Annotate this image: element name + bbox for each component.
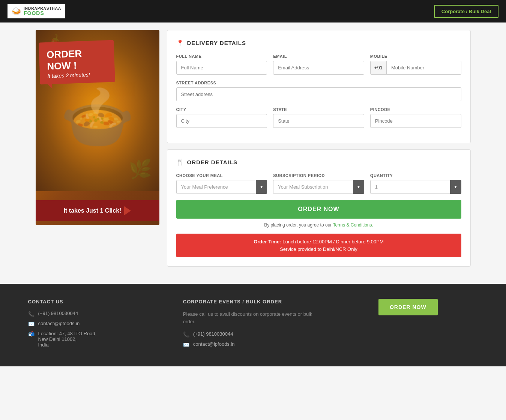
city-group: CITY	[176, 107, 267, 128]
subscription-label: SUBSCRIPTION PERIOD	[273, 173, 364, 178]
state-label: STATE	[273, 107, 364, 112]
footer-email-item: ✉️ contact@ipfoods.in	[28, 321, 168, 327]
meal-label: CHOOSE YOUR MEAL	[176, 173, 267, 178]
delivery-row-1: FULL NAME EMAIL MOBILE +91	[176, 54, 461, 75]
full-name-group: FULL NAME	[176, 54, 267, 75]
state-input[interactable]	[273, 114, 364, 128]
meal-select-wrapper: Your Meal Preference Veg Non-Veg Both	[176, 180, 267, 194]
food-image-bg: 🍲 🌶️ 🌿 ORDER NOW ! It takes 2 minutes! I…	[36, 30, 159, 225]
main-content: 🍲 🌶️ 🌿 ORDER NOW ! It takes 2 minutes! I…	[28, 22, 478, 280]
pincode-label: PINCODE	[370, 107, 461, 112]
bottom-click-text: It takes Just 1 Click!	[64, 207, 122, 214]
footer-corporate-email: contact@ipfoods.in	[193, 341, 235, 347]
delivery-row-3: CITY STATE PINCODE	[176, 107, 461, 128]
street-input[interactable]	[176, 87, 461, 101]
meal-select[interactable]: Your Meal Preference Veg Non-Veg Both	[176, 180, 267, 194]
mobile-input[interactable]	[387, 61, 461, 74]
footer-email: contact@ipfoods.in	[38, 321, 80, 326]
logo-icon: 🍛	[11, 6, 21, 16]
corporate-phone-icon: 📞	[183, 332, 189, 338]
subscription-group: SUBSCRIPTION PERIOD Your Meal Subscripti…	[273, 173, 364, 194]
footer-corporate-col: CORPORATE EVENTS / BULK ORDER Please cal…	[183, 299, 323, 351]
footer-corporate-desc: Please call us to avail discounts on cor…	[183, 310, 323, 325]
mobile-label: MOBILE	[370, 54, 461, 58]
left-panel: 🍲 🌶️ 🌿 ORDER NOW ! It takes 2 minutes! I…	[36, 30, 159, 225]
quantity-group: QUANTITY 1 2 3 4 5	[370, 173, 461, 194]
delivery-title: 📍 DELIVERY DETAILS	[176, 39, 461, 46]
right-panel: 📍 DELIVERY DETAILS FULL NAME EMAIL MOBIL…	[167, 30, 471, 273]
email-input[interactable]	[273, 61, 364, 75]
subscription-select-wrapper: Your Meal Subscription Daily Weekly Mont…	[273, 180, 364, 194]
footer-phone: (+91) 9810030044	[38, 310, 78, 316]
logo-bottom: FOODS	[24, 10, 61, 16]
order-notice-bold: Order Time:	[254, 239, 281, 244]
corporate-bulk-deal-button[interactable]: Corporate / Bulk Deal	[434, 5, 498, 18]
email-group: EMAIL	[273, 54, 364, 75]
footer-contact-col: CONTACT US 📞 (+91) 9810030044 ✉️ contact…	[28, 299, 168, 351]
order-title-text: ORDER DETAILS	[187, 159, 237, 165]
city-label: CITY	[176, 107, 267, 112]
order-title: 🍴 ORDER DETAILS	[176, 159, 461, 166]
footer-order-col: ORDER NOW	[338, 299, 478, 315]
footer-location-item: 📬 Location: 47, 48 ITO Road,New Delhi 11…	[28, 331, 168, 348]
footer-phone-item: 📞 (+91) 9810030044	[28, 310, 168, 317]
footer-corporate-phone-item: 📞 (+91) 9810030044	[183, 331, 323, 338]
meal-group: CHOOSE YOUR MEAL Your Meal Preference Ve…	[176, 173, 267, 194]
delivery-title-text: DELIVERY DETAILS	[187, 40, 246, 46]
terms-text: By placing order, you agree to our Terms…	[176, 222, 461, 228]
order-now-banner: ORDER NOW ! It takes 2 minutes!	[39, 40, 115, 85]
mobile-prefix: +91	[371, 61, 387, 74]
footer-order-now-button[interactable]: ORDER NOW	[378, 299, 438, 315]
order-icon: 🍴	[176, 159, 184, 166]
order-row-1: CHOOSE YOUR MEAL Your Meal Preference Ve…	[176, 173, 461, 194]
full-name-input[interactable]	[176, 61, 267, 75]
order-notice-text: Lunch before 12.00PM / Dinner before 9.0…	[280, 239, 384, 252]
city-input[interactable]	[176, 114, 267, 128]
footer-corporate-title: CORPORATE EVENTS / BULK ORDER	[183, 299, 323, 304]
footer-inner: CONTACT US 📞 (+91) 9810030044 ✉️ contact…	[28, 299, 478, 351]
state-group: STATE	[273, 107, 364, 128]
order-now-title: ORDER NOW !	[46, 47, 105, 72]
quantity-select-wrapper: 1 2 3 4 5	[370, 180, 461, 194]
full-name-label: FULL NAME	[176, 54, 267, 58]
mobile-input-group: +91	[370, 61, 461, 75]
bottom-click-banner: It takes Just 1 Click!	[36, 200, 159, 221]
order-now-subtitle: It takes 2 minutes!	[47, 71, 105, 79]
footer: CONTACT US 📞 (+91) 9810030044 ✉️ contact…	[0, 284, 506, 366]
footer-location: Location: 47, 48 ITO Road,New Delhi 1100…	[38, 331, 97, 348]
location-icon: 📬	[28, 331, 35, 337]
pincode-group: PINCODE	[370, 107, 461, 128]
email-label: EMAIL	[273, 54, 364, 58]
email-icon: ✉️	[28, 321, 35, 327]
quantity-select[interactable]: 1 2 3 4 5	[370, 180, 461, 194]
header: 🍛 INDRAPRASTHAA FOODS Corporate / Bulk D…	[0, 0, 506, 22]
order-now-button[interactable]: ORDER NOW	[176, 200, 461, 219]
pincode-input[interactable]	[370, 114, 461, 128]
logo: 🍛 INDRAPRASTHAA FOODS	[8, 4, 65, 18]
delivery-section: 📍 DELIVERY DETAILS FULL NAME EMAIL MOBIL…	[167, 30, 471, 143]
subscription-select[interactable]: Your Meal Subscription Daily Weekly Mont…	[273, 180, 364, 194]
footer-contact-title: CONTACT US	[28, 299, 168, 304]
food-image: 🍲 🌶️ 🌿 ORDER NOW ! It takes 2 minutes!	[36, 30, 159, 191]
order-section: 🍴 ORDER DETAILS CHOOSE YOUR MEAL Your Me…	[167, 149, 471, 267]
delivery-row-2: STREET ADDRESS	[176, 81, 461, 101]
terms-link[interactable]: Terms & Conditions.	[333, 222, 373, 228]
footer-corporate-phone: (+91) 9810030044	[193, 331, 233, 337]
phone-icon: 📞	[28, 311, 35, 317]
street-group: STREET ADDRESS	[176, 81, 461, 101]
logo-text: INDRAPRASTHAA FOODS	[24, 6, 61, 16]
order-notice: Order Time: Lunch before 12.00PM / Dinne…	[176, 234, 461, 257]
street-label: STREET ADDRESS	[176, 81, 461, 85]
corporate-email-icon: ✉️	[183, 342, 189, 348]
mobile-group: MOBILE +91	[370, 54, 461, 75]
delivery-icon: 📍	[176, 39, 184, 46]
arrow-right-icon	[124, 206, 131, 215]
quantity-label: QUANTITY	[370, 173, 461, 178]
footer-corporate-email-item: ✉️ contact@ipfoods.in	[183, 341, 323, 348]
